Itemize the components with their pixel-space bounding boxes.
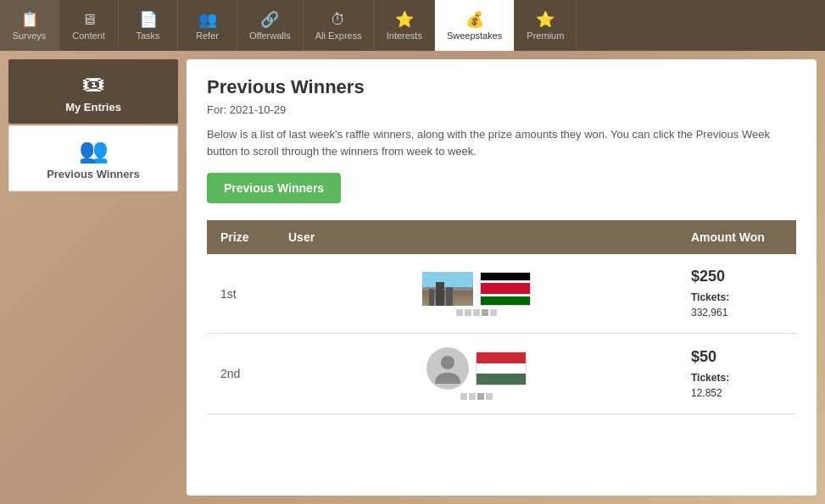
amount-1st: $250 Tickets: 332,961 xyxy=(677,254,796,334)
amount-header: Amount Won xyxy=(677,220,796,254)
user-header: User xyxy=(275,220,677,254)
building3 xyxy=(446,287,453,306)
ali-express-label: Ali Express xyxy=(315,30,362,41)
previous-winners-label: Previous Winners xyxy=(47,168,140,180)
kenya-flag xyxy=(480,272,531,306)
winners-table: Prize User Amount Won 1st xyxy=(207,220,796,414)
blur-char xyxy=(469,393,476,400)
kenya-stripe-red xyxy=(481,283,530,295)
premium-icon: ⭐ xyxy=(536,10,555,29)
hungary-flag xyxy=(476,352,527,385)
kenya-stripe-black xyxy=(481,273,530,280)
blur-char xyxy=(465,309,471,316)
tickets-value-2nd: 12,852 xyxy=(691,387,722,399)
sweepstakes-label: Sweepstakes xyxy=(447,30,502,41)
building2 xyxy=(436,282,444,306)
tasks-label: Tasks xyxy=(136,30,159,41)
my-entries-icon: 🎟 xyxy=(81,69,105,97)
city-image xyxy=(422,272,473,306)
main-layout: 🎟 My Entries 👥 Previous Winners Previous… xyxy=(0,51,825,504)
tasks-icon: 📄 xyxy=(139,10,158,29)
amount-value-1st: $250 xyxy=(691,268,783,285)
blur-char xyxy=(473,309,480,316)
sidebar-item-my-entries[interactable]: 🎟 My Entries xyxy=(8,59,178,124)
nav-content[interactable]: 🖥 Content xyxy=(59,0,119,51)
nav-sweepstakes[interactable]: 💰 Sweepstakes xyxy=(435,0,515,51)
blur-char xyxy=(460,393,467,400)
date-value: 2021-10-29 xyxy=(230,103,287,116)
sidebar: 🎟 My Entries 👥 Previous Winners xyxy=(8,59,178,496)
user-1st xyxy=(275,254,677,334)
blur-char xyxy=(490,309,497,316)
content-label: Content xyxy=(72,30,105,41)
nav-premium[interactable]: ⭐ Premium xyxy=(515,0,577,51)
offerwalls-label: Offerwalls xyxy=(249,30,291,41)
table-header-row: Prize User Amount Won xyxy=(207,220,796,254)
user-display-1st xyxy=(288,272,664,306)
nav-surveys[interactable]: 📋 Surveys xyxy=(0,0,59,51)
svg-point-0 xyxy=(441,356,454,369)
hungary-red xyxy=(477,352,526,363)
table-row: 2nd xyxy=(207,334,796,414)
page-title: Previous Winners xyxy=(207,76,796,98)
blur-char xyxy=(477,393,484,400)
user-display-2nd xyxy=(288,347,664,390)
kenya-stripe-green xyxy=(481,296,530,304)
offerwalls-icon: 🔗 xyxy=(260,10,279,29)
username-blur-2nd xyxy=(288,393,664,400)
nav-refer[interactable]: 👥 Refer xyxy=(178,0,237,51)
previous-winners-icon: 👥 xyxy=(79,136,109,164)
nav-interests[interactable]: ⭐ Interests xyxy=(375,0,435,51)
for-date: For: 2021-10-29 xyxy=(207,103,796,116)
content-area: Previous Winners For: 2021-10-29 Below i… xyxy=(187,59,817,496)
blur-char xyxy=(456,309,463,316)
building1 xyxy=(429,289,434,306)
ali-express-icon: ⏱ xyxy=(331,11,346,29)
sidebar-item-previous-winners[interactable]: 👥 Previous Winners xyxy=(8,125,178,191)
my-entries-label: My Entries xyxy=(65,101,121,114)
blur-char xyxy=(482,309,488,316)
nav-tasks[interactable]: 📄 Tasks xyxy=(119,0,178,51)
top-navigation: 📋 Surveys 🖥 Content 📄 Tasks 👥 Refer 🔗 Of… xyxy=(0,0,825,51)
page-description: Below is a list of last week's raffle wi… xyxy=(207,126,796,159)
for-label: For: xyxy=(207,103,226,116)
blur-char xyxy=(486,393,493,400)
user-2nd xyxy=(275,334,677,414)
amount-value-2nd: $50 xyxy=(691,348,783,366)
hungary-white xyxy=(477,363,526,374)
prize-2nd: 2nd xyxy=(207,334,275,414)
hungary-green xyxy=(477,374,526,385)
refer-label: Refer xyxy=(196,30,219,41)
prize-header: Prize xyxy=(207,220,275,254)
refer-icon: 👥 xyxy=(198,10,217,29)
nav-ali-express[interactable]: ⏱ Ali Express xyxy=(304,0,375,51)
premium-label: Premium xyxy=(527,30,564,41)
sweepstakes-icon: 💰 xyxy=(465,10,484,29)
nav-offerwalls[interactable]: 🔗 Offerwalls xyxy=(237,0,304,51)
surveys-icon: 📋 xyxy=(20,10,39,29)
amount-2nd: $50 Tickets: 12,852 xyxy=(677,334,796,414)
prize-1st: 1st xyxy=(207,254,275,334)
table-row: 1st xyxy=(207,254,796,334)
interests-icon: ⭐ xyxy=(395,10,414,29)
content-icon: 🖥 xyxy=(81,11,97,29)
previous-winners-button[interactable]: Previous Winners xyxy=(207,173,341,203)
tickets-value-1st: 332,961 xyxy=(691,307,727,318)
avatar-placeholder xyxy=(426,347,469,390)
tickets-label-2nd: Tickets: xyxy=(691,372,729,384)
username-blur-1st xyxy=(288,309,664,316)
tickets-label-1st: Tickets: xyxy=(691,291,729,303)
interests-label: Interests xyxy=(387,30,422,41)
surveys-label: Surveys xyxy=(13,30,47,41)
